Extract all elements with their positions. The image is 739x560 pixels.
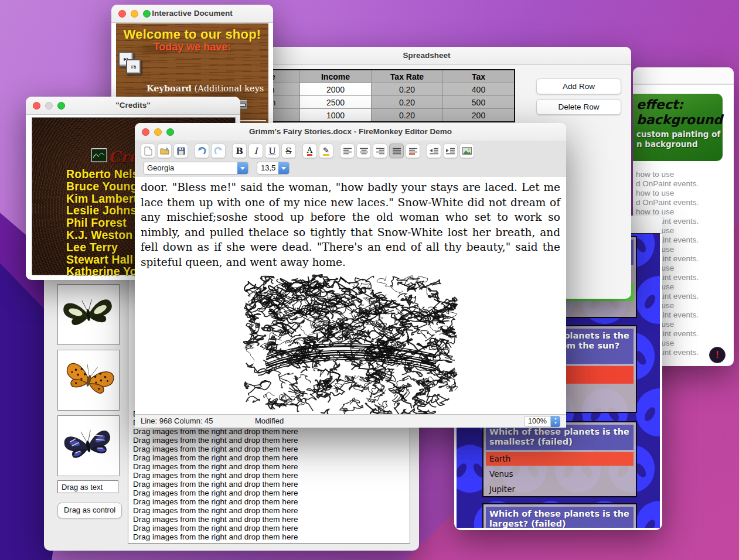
list-item[interactable]: Drag images from the right and drop them… [133,462,407,471]
error-badge[interactable]: ! [709,347,726,363]
bold-icon: B [236,146,243,156]
answer-option[interactable]: Jupiter [486,483,634,496]
window-title: Spreadsheet [222,47,631,64]
highlight-button[interactable]: ✎ [319,144,333,158]
new-document-button[interactable] [141,144,155,158]
line-column-indicator: Line: 968 Column: 45 [141,416,213,425]
indent-icon [446,148,455,155]
list-item[interactable]: Drag images from the right and drop them… [133,515,407,524]
desktop: effect: background custom painting of n … [0,0,739,560]
column-header: Tax Rate [372,70,443,83]
align-justify-button[interactable] [389,144,404,158]
list-item[interactable]: Drag images from the right and drop them… [133,436,407,445]
table-cell[interactable]: 2000 [300,83,372,96]
woodcut-illustration [243,273,458,415]
strikethrough-icon: S [285,146,291,156]
font-color-button[interactable]: A [302,144,317,158]
font-size-select[interactable]: 13,5 [257,162,290,175]
table-cell: 400 [443,83,515,96]
open-folder-icon [160,147,169,155]
orange-spotted-butterfly [62,357,115,403]
delete-row-button[interactable]: Delete Row [536,99,621,115]
quiz-card: Which of these planets is the smallest? … [482,421,637,497]
onpaint-text-line: how to use [636,170,739,179]
column-header: Tax [443,70,515,83]
editor-document[interactable]: door. "Bless me!" said the woman, "how b… [135,177,566,415]
italic-button[interactable]: I [248,144,263,158]
list-item[interactable]: Drag images from the right and drop them… [133,497,407,506]
list-item[interactable]: Drag images from the right and drop them… [133,532,407,541]
strikethrough-button[interactable]: S [281,144,296,158]
drag-as-control-button[interactable]: Drag as control [57,503,122,518]
black-cream-butterfly [62,292,115,337]
list-item[interactable]: Drag images from the right and drop them… [133,524,407,532]
butterfly-image-2[interactable] [57,350,120,411]
butterfly-image-3[interactable] [57,415,120,476]
effect-banner: effect: background custom painting of n … [633,94,723,161]
table-cell: 200 [443,109,515,122]
align-right-button[interactable] [373,144,387,158]
table-cell[interactable]: 2500 [300,96,372,109]
column-header: Income [300,70,372,83]
align-justify-icon [393,148,401,155]
align-center-button[interactable] [356,144,371,158]
align-center-icon [360,148,368,155]
keyboard-keys-icon[interactable]: F1 F5 [118,52,144,77]
list-item[interactable]: Drag images from the right and drop them… [133,471,407,480]
list-item[interactable]: Drag images from the right and drop them… [133,427,407,436]
undo-icon [197,147,206,155]
editor-toolbar: BIUSA✎ Georgia 13,5 [135,141,566,177]
list-item[interactable]: Drag images from the right and drop them… [133,506,407,515]
answer-option[interactable]: Earth [486,452,634,466]
answer-option[interactable]: Venus [486,467,634,481]
list-item[interactable]: Drag images from the right and drop them… [133,453,407,462]
outdent-button[interactable] [427,144,441,158]
table-cell: 500 [443,96,515,109]
editor-status-bar: Line: 968 Column: 45 Modified 100% ▲▼ [135,414,566,428]
save-button[interactable] [173,144,188,158]
item-name: Keyboard [147,83,192,93]
table-cell: 0.20 [372,83,443,96]
list-item[interactable]: Drag images from the right and drop them… [133,480,407,489]
redo-button[interactable] [211,144,226,158]
outdent-icon [430,148,438,155]
banner-text: effect: [636,97,723,112]
list-item[interactable]: Drag images from the right and drop them… [133,489,407,497]
bold-button[interactable]: B [232,144,247,158]
save-icon [177,147,185,155]
butterfly-image-1[interactable] [57,284,120,345]
open-folder-button[interactable] [157,144,172,158]
table-cell[interactable]: 1000 [300,109,372,122]
onpaint-text-line: d OnPaint events. [636,179,739,189]
welcome-heading: Welcome to our shop! [116,27,268,42]
indent-button[interactable] [443,144,458,158]
add-row-button[interactable]: Add Row [536,78,621,94]
chevron-down-icon[interactable] [278,162,289,174]
font-family-select[interactable]: Georgia [143,162,248,175]
insert-image-icon [462,147,472,155]
align-right-icon [376,148,384,155]
list-item[interactable]: Drag images from the right and drop them… [133,445,407,453]
drag-as-text-field[interactable]: Drag as text [57,480,118,493]
table-cell: 0.20 [372,96,443,109]
zoom-stepper[interactable]: ▲▼ [551,416,560,427]
modified-indicator: Modified [255,416,284,425]
banner-subtext: custom painting of [636,129,723,139]
undo-button[interactable] [195,144,209,158]
align-left-button[interactable] [340,144,355,158]
window-title: "Credits" [26,97,240,114]
window-editor: Grimm's Fairy Stories.docx - FireMonkey … [135,123,566,428]
document-text: door. "Bless me!" said the woman, "how b… [141,180,560,269]
align-left-icon [343,148,352,155]
zoom-level[interactable]: 100% [524,416,551,427]
paragraph-color-button[interactable] [406,144,420,158]
redo-icon [214,147,223,155]
chevron-down-icon[interactable] [237,162,248,174]
quiz-question: Which of these planets is the smallest? … [486,425,634,450]
chart-icon [91,148,107,162]
quiz-card: Which of these planets is the largest? (… [482,503,637,528]
insert-image-button[interactable] [459,144,474,158]
underline-button[interactable]: U [265,144,280,158]
underline-icon: U [268,146,276,156]
titlebar[interactable] [633,67,734,84]
